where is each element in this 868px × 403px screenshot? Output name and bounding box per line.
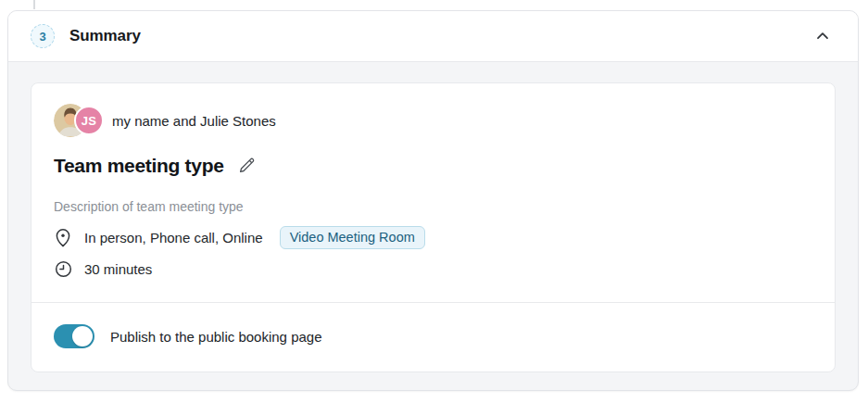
meeting-summary-card: JS my name and Julie Stones Team meeting… — [31, 82, 836, 372]
summary-section-header[interactable]: 3 Summary — [8, 11, 858, 62]
participant-initials-avatar: JS — [74, 106, 104, 135]
section-title: Summary — [69, 27, 141, 45]
chevron-up-icon — [815, 29, 830, 44]
publish-toggle[interactable] — [54, 324, 94, 348]
clock-icon — [54, 260, 72, 278]
location-row: In person, Phone call, Online Video Meet… — [54, 226, 812, 249]
toggle-knob — [72, 326, 93, 346]
meeting-title-row: Team meeting type — [54, 155, 812, 177]
step-number-badge: 3 — [31, 24, 55, 48]
video-meeting-room-badge[interactable]: Video Meeting Room — [280, 226, 425, 249]
step-connector-line — [33, 0, 35, 9]
meeting-title: Team meeting type — [54, 155, 224, 177]
duration-text: 30 minutes — [84, 261, 152, 277]
meeting-description: Description of team meeting type — [54, 199, 812, 214]
duration-row: 30 minutes — [54, 260, 812, 278]
publish-toggle-row: Publish to the public booking page — [31, 303, 835, 372]
location-text: In person, Phone call, Online — [84, 230, 263, 246]
collapse-section-button[interactable] — [810, 23, 836, 49]
location-pin-icon — [54, 228, 72, 247]
pencil-icon — [237, 157, 256, 175]
participants-label: my name and Julie Stones — [112, 113, 276, 129]
participants-row: JS my name and Julie Stones — [54, 104, 812, 137]
meeting-summary-content: JS my name and Julie Stones Team meeting… — [31, 83, 835, 302]
publish-toggle-label: Publish to the public booking page — [110, 329, 322, 345]
summary-section-card: 3 Summary — [7, 10, 859, 391]
edit-title-button[interactable] — [236, 156, 257, 176]
summary-section-body: JS my name and Julie Stones Team meeting… — [8, 62, 858, 372]
